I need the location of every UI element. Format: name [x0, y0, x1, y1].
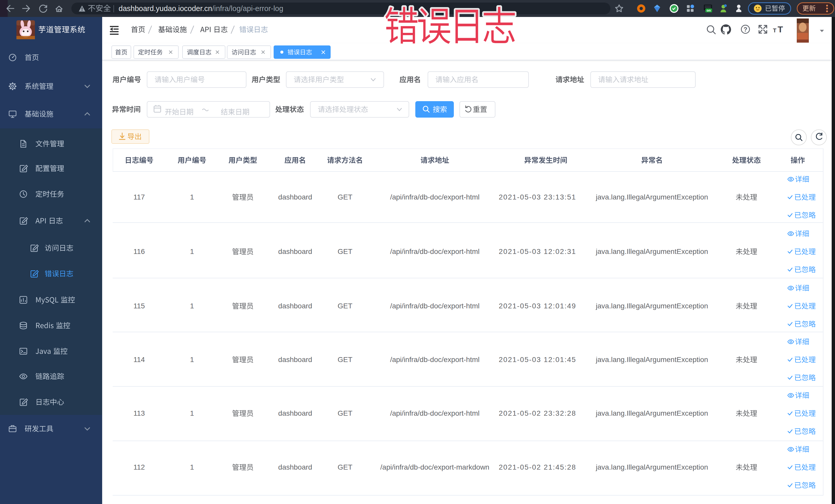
svg-text:?: ? [744, 26, 748, 33]
svg-text:T: T [778, 24, 783, 34]
svg-text:T: T [773, 27, 776, 34]
